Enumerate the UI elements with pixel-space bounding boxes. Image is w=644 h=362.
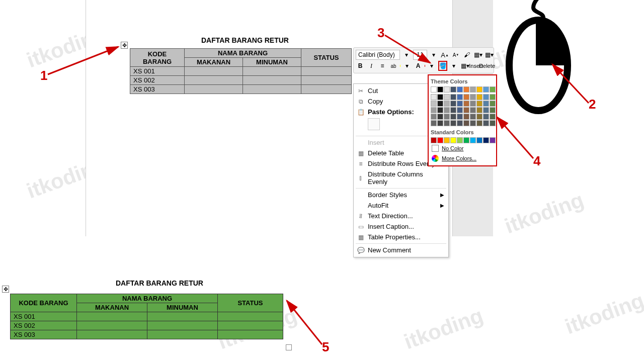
color-swatch[interactable] xyxy=(437,137,443,143)
color-swatch[interactable] xyxy=(457,94,463,100)
color-swatch[interactable] xyxy=(483,114,489,120)
color-swatch[interactable] xyxy=(457,86,463,93)
align-icon[interactable]: ≡ xyxy=(378,61,387,71)
color-swatch[interactable] xyxy=(444,114,450,120)
color-swatch[interactable] xyxy=(463,114,469,120)
color-swatch[interactable] xyxy=(470,107,476,113)
shading-button[interactable]: 🪣 xyxy=(438,61,447,71)
format-painter-icon[interactable]: 🖌 xyxy=(462,50,471,60)
color-swatch[interactable] xyxy=(450,120,456,126)
color-swatch[interactable] xyxy=(444,120,450,126)
color-swatch[interactable] xyxy=(463,101,469,107)
italic-button[interactable]: I xyxy=(367,61,376,71)
color-swatch[interactable] xyxy=(490,94,496,100)
cell[interactable] xyxy=(77,330,147,339)
color-swatch[interactable] xyxy=(450,101,456,107)
color-swatch[interactable] xyxy=(444,137,450,143)
color-swatch[interactable] xyxy=(444,101,450,107)
cell[interactable] xyxy=(77,321,147,330)
color-swatch[interactable] xyxy=(476,94,482,100)
color-swatch[interactable] xyxy=(444,94,450,100)
grow-font-icon[interactable]: A▲ xyxy=(440,50,449,60)
shading-dropdown-icon[interactable]: ▾ xyxy=(449,61,458,71)
color-swatch[interactable] xyxy=(490,107,496,113)
more-colors-option[interactable]: More Colors... xyxy=(431,153,494,163)
color-swatch[interactable] xyxy=(437,86,443,93)
color-swatch[interactable] xyxy=(483,120,489,126)
color-swatch[interactable] xyxy=(470,101,476,107)
color-swatch[interactable] xyxy=(463,86,469,93)
color-swatch[interactable] xyxy=(483,107,489,113)
color-swatch[interactable] xyxy=(490,120,496,126)
cell[interactable] xyxy=(218,312,283,321)
color-swatch[interactable] xyxy=(476,137,482,143)
color-swatch[interactable] xyxy=(490,101,496,107)
color-swatch[interactable] xyxy=(437,107,443,113)
color-swatch[interactable] xyxy=(431,94,437,100)
size-dropdown-icon[interactable]: ▾ xyxy=(429,50,438,60)
color-swatch[interactable] xyxy=(450,137,456,143)
cell[interactable] xyxy=(185,76,243,85)
color-swatch[interactable] xyxy=(450,114,456,120)
color-swatch[interactable] xyxy=(450,94,456,100)
cell[interactable]: XS 001 xyxy=(130,67,185,76)
cell[interactable] xyxy=(147,330,218,339)
cell[interactable] xyxy=(301,67,352,76)
data-table-colored[interactable]: KODE BARANG NAMA BARANG STATUS MAKANAN M… xyxy=(10,294,283,339)
cell[interactable] xyxy=(243,85,301,94)
table-move-handle-icon[interactable]: ✥ xyxy=(2,286,9,293)
color-swatch[interactable] xyxy=(437,94,443,100)
color-swatch[interactable] xyxy=(483,86,489,93)
color-swatch[interactable] xyxy=(470,120,476,126)
color-swatch[interactable] xyxy=(483,101,489,107)
table-move-handle-icon[interactable]: ✥ xyxy=(121,42,128,49)
menu-table-props[interactable]: ▦Table Properties... xyxy=(354,232,448,242)
highlight-button[interactable]: ab xyxy=(389,61,398,71)
font-name-input[interactable] xyxy=(356,50,400,60)
color-swatch[interactable] xyxy=(431,120,437,126)
menu-border-styles[interactable]: Border Styles▶ xyxy=(354,190,448,200)
color-swatch[interactable] xyxy=(476,107,482,113)
color-swatch[interactable] xyxy=(483,137,489,143)
cell[interactable]: XS 003 xyxy=(130,85,185,94)
font-size-input[interactable] xyxy=(413,50,427,60)
borders-icon[interactable]: ▦▾ xyxy=(473,50,482,60)
color-swatch[interactable] xyxy=(463,107,469,113)
color-swatch[interactable] xyxy=(490,114,496,120)
merge-icon[interactable]: ▦▾ xyxy=(460,61,469,71)
color-swatch[interactable] xyxy=(470,137,476,143)
cell[interactable] xyxy=(218,321,283,330)
color-swatch[interactable] xyxy=(476,101,482,107)
color-swatch[interactable] xyxy=(483,94,489,100)
cell[interactable]: XS 003 xyxy=(11,330,77,339)
color-swatch[interactable] xyxy=(431,137,437,143)
color-swatch[interactable] xyxy=(476,86,482,93)
color-swatch[interactable] xyxy=(470,114,476,120)
cell[interactable]: XS 002 xyxy=(130,76,185,85)
color-swatch[interactable] xyxy=(457,101,463,107)
color-swatch[interactable] xyxy=(431,86,437,93)
color-swatch[interactable] xyxy=(476,120,482,126)
data-table-selected[interactable]: KODE BARANG NAMA BARANG STATUS MAKANAN M… xyxy=(130,48,352,94)
color-swatch[interactable] xyxy=(444,107,450,113)
cell[interactable]: XS 001 xyxy=(11,312,77,321)
color-swatch[interactable] xyxy=(444,86,450,93)
color-swatch[interactable] xyxy=(457,107,463,113)
table-resize-handle-icon[interactable] xyxy=(286,344,292,350)
cell[interactable] xyxy=(185,67,243,76)
highlight-dropdown-icon[interactable]: ▾ xyxy=(403,61,412,71)
color-swatch[interactable] xyxy=(457,114,463,120)
menu-dist-cols[interactable]: ⫿Distribute Columns Evenly xyxy=(354,169,448,187)
menu-autofit[interactable]: AutoFit▶ xyxy=(354,200,448,211)
font-dropdown-icon[interactable]: ▾ xyxy=(402,50,411,60)
delete-button[interactable]: Delete xyxy=(482,61,492,71)
color-swatch[interactable] xyxy=(490,86,496,93)
font-color-button[interactable]: A xyxy=(414,61,423,71)
color-swatch[interactable] xyxy=(437,101,443,107)
color-swatch[interactable] xyxy=(450,107,456,113)
table-style-icon[interactable]: ▦▾ xyxy=(485,50,494,60)
cell[interactable] xyxy=(243,76,301,85)
font-color-dropdown-icon[interactable]: ▾ xyxy=(427,61,436,71)
cell[interactable] xyxy=(77,312,147,321)
menu-text-direction[interactable]: ⥯Text Direction... xyxy=(354,211,448,221)
